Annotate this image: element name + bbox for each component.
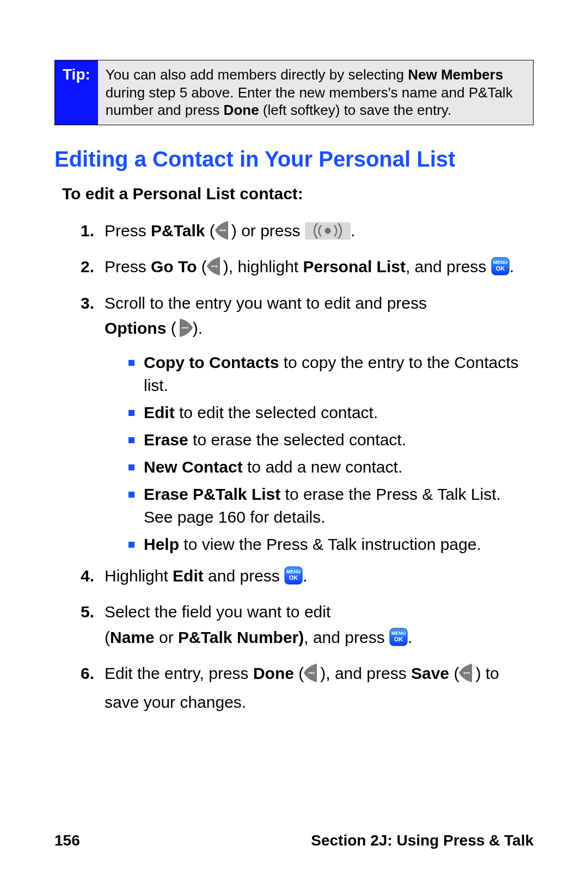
tip-bold-done: Done bbox=[224, 102, 259, 118]
text: . bbox=[303, 567, 307, 585]
options-sublist: Copy to Contacts to copy the entry to th… bbox=[128, 351, 534, 556]
step-2: Press Go To (), highlight Personal List,… bbox=[81, 254, 534, 283]
svg-point-23 bbox=[466, 672, 468, 673]
bold: Erase P&Talk List bbox=[144, 485, 280, 503]
softkey-left-icon bbox=[459, 664, 475, 690]
svg-point-2 bbox=[219, 229, 221, 231]
text: , and press bbox=[406, 258, 491, 275]
bold-save: Save bbox=[411, 664, 449, 682]
softkey-left-icon bbox=[215, 221, 231, 247]
softkey-left-icon bbox=[304, 664, 320, 690]
text: ( bbox=[105, 628, 110, 646]
bold-done: Done bbox=[253, 664, 294, 682]
bold: Help bbox=[144, 535, 179, 553]
text: Press bbox=[105, 258, 151, 275]
svg-text:OK: OK bbox=[394, 636, 403, 642]
tip-bold-new-members: New Members bbox=[408, 66, 503, 83]
sub-item-edit: Edit to edit the selected contact. bbox=[128, 401, 534, 424]
menu-ok-icon: MENUOK bbox=[389, 628, 408, 654]
svg-point-21 bbox=[313, 672, 315, 673]
intro-line: To edit a Personal List contact: bbox=[62, 185, 534, 203]
text: . bbox=[351, 222, 355, 240]
svg-point-25 bbox=[464, 672, 465, 673]
svg-text:MENU: MENU bbox=[286, 569, 301, 574]
svg-text:MENU: MENU bbox=[493, 260, 507, 265]
sub-item-erase: Erase to erase the selected contact. bbox=[128, 428, 534, 451]
svg-point-22 bbox=[309, 672, 310, 673]
bold-personal-list: Personal List bbox=[303, 258, 406, 275]
softkey-right-icon bbox=[176, 318, 193, 345]
text: ), highlight bbox=[223, 258, 303, 275]
step-3: Scroll to the entry you want to edit and… bbox=[81, 291, 534, 556]
bold: Edit bbox=[144, 403, 175, 421]
text: Edit the entry, press bbox=[105, 664, 253, 682]
section-label: Section 2J: Using Press & Talk bbox=[311, 832, 534, 849]
ptt-broadcast-icon bbox=[305, 222, 351, 247]
steps-list: Press P&Talk () or press . Press Go To (… bbox=[54, 218, 534, 715]
svg-point-13 bbox=[186, 327, 188, 328]
text: , and press bbox=[304, 628, 389, 646]
bold-edit: Edit bbox=[173, 567, 204, 585]
sub-item-help: Help to view the Press & Talk instructio… bbox=[128, 533, 534, 556]
tip-text: You can also add members directly by sel… bbox=[106, 66, 408, 83]
svg-text:OK: OK bbox=[289, 574, 298, 581]
text: ( bbox=[205, 222, 215, 240]
menu-ok-icon: MENUOK bbox=[491, 257, 510, 283]
text: ). bbox=[193, 319, 203, 337]
text: Highlight bbox=[105, 567, 173, 585]
svg-point-12 bbox=[184, 327, 186, 328]
text: ), and press bbox=[320, 664, 411, 682]
svg-point-6 bbox=[216, 265, 217, 267]
bold: Erase bbox=[144, 431, 188, 449]
bold-options: Options bbox=[105, 319, 166, 337]
text: or bbox=[155, 628, 178, 646]
text: ) or press bbox=[231, 222, 305, 240]
tip-text: (left softkey) to save the entry. bbox=[259, 102, 452, 118]
softkey-left-icon bbox=[207, 257, 223, 283]
step-4: Highlight Edit and press MENUOK. bbox=[81, 564, 534, 592]
page-footer: 156 Section 2J: Using Press & Talk bbox=[54, 832, 534, 849]
text: Press bbox=[105, 222, 151, 240]
tip-box: Tip: You can also add members directly b… bbox=[54, 60, 534, 125]
text: ( bbox=[166, 319, 176, 337]
step-5: Select the field you want to edit (Name … bbox=[81, 599, 534, 653]
sub-item-erase-ptalk: Erase P&Talk List to erase the Press & T… bbox=[128, 483, 534, 529]
text: to edit the selected contact. bbox=[175, 403, 378, 421]
text: ( bbox=[294, 664, 304, 682]
svg-point-4 bbox=[324, 228, 330, 234]
tip-label: Tip: bbox=[55, 60, 98, 125]
sub-item-new-contact: New Contact to add a new contact. bbox=[128, 456, 534, 479]
svg-text:MENU: MENU bbox=[391, 630, 406, 636]
text: . bbox=[510, 258, 514, 275]
tip-body: You can also add members directly by sel… bbox=[98, 60, 533, 125]
bold-ptalk-number: P&Talk Number) bbox=[178, 628, 304, 646]
step-6: Edit the entry, press Done (), and press… bbox=[81, 661, 534, 715]
svg-point-20 bbox=[311, 672, 313, 673]
text: Select the field you want to edit bbox=[105, 603, 330, 621]
text: to view the Press & Talk instruction pag… bbox=[179, 535, 481, 553]
bold-name: Name bbox=[110, 628, 155, 646]
text: Scroll to the entry you want to edit and… bbox=[105, 294, 427, 312]
sub-item-copy: Copy to Contacts to copy the entry to th… bbox=[128, 351, 534, 397]
svg-point-5 bbox=[213, 265, 215, 267]
bold-goto: Go To bbox=[151, 258, 197, 275]
svg-point-7 bbox=[211, 265, 213, 267]
svg-point-1 bbox=[224, 229, 225, 231]
manual-page: Tip: You can also add members directly b… bbox=[0, 0, 588, 882]
svg-text:OK: OK bbox=[495, 265, 505, 272]
bold: Copy to Contacts bbox=[144, 353, 279, 371]
step-1: Press P&Talk () or press . bbox=[81, 218, 534, 247]
text: and press bbox=[204, 567, 284, 585]
svg-point-0 bbox=[222, 229, 223, 231]
section-heading: Editing a Contact in Your Personal List bbox=[54, 147, 534, 171]
menu-ok-icon: MENUOK bbox=[284, 566, 303, 592]
text: to erase the selected contact. bbox=[188, 431, 406, 449]
text: ( bbox=[197, 258, 206, 275]
svg-point-11 bbox=[182, 327, 183, 328]
bold-ptalk: P&Talk bbox=[151, 222, 205, 240]
bold: New Contact bbox=[144, 458, 243, 476]
svg-point-24 bbox=[468, 672, 470, 673]
page-number: 156 bbox=[54, 832, 80, 849]
text: to add a new contact. bbox=[243, 458, 403, 476]
text: . bbox=[408, 628, 412, 646]
